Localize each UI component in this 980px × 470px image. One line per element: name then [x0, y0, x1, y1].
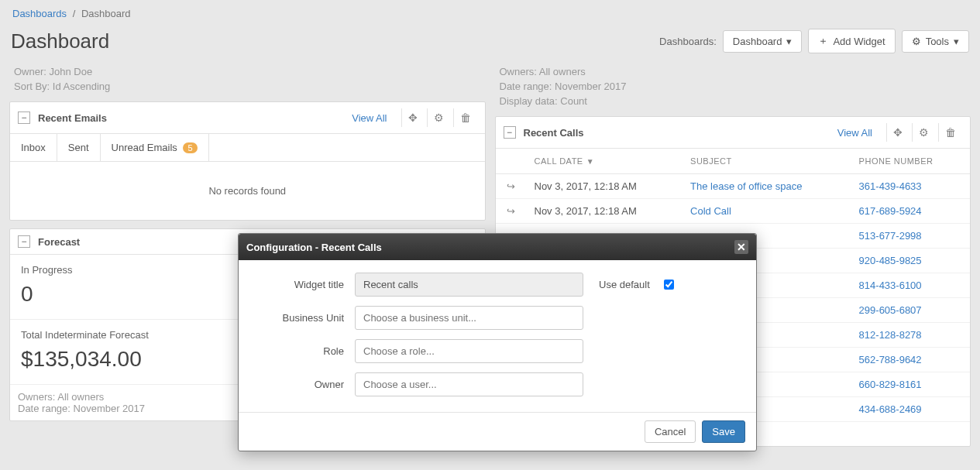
cell-phone: 660-829-8161 — [851, 372, 970, 397]
label-use-default: Use default — [599, 279, 650, 290]
subject-link[interactable]: Cold Call — [690, 205, 731, 217]
breadcrumb-root[interactable]: Dashboards — [12, 8, 67, 19]
config-modal: Configuration - Recent Calls ✕ Widget ti… — [238, 233, 757, 451]
col-subject[interactable]: SUBJECT — [683, 149, 851, 174]
view-all-link[interactable]: View All — [346, 109, 397, 127]
phone-link[interactable]: 361-439-4633 — [859, 180, 922, 192]
caret-down-icon: ▾ — [954, 36, 959, 47]
cancel-button[interactable]: Cancel — [645, 420, 696, 443]
move-icon[interactable]: ✥ — [886, 123, 909, 142]
phone-link[interactable]: 562-788-9642 — [859, 354, 922, 365]
label-widget-title: Widget title — [254, 279, 355, 290]
phone-link[interactable]: 660-829-8161 — [859, 379, 922, 390]
cell-phone: 361-439-4633 — [851, 174, 970, 199]
cell-subject: The lease of office space — [683, 174, 851, 199]
sort-desc-icon: ▼ — [586, 157, 594, 166]
cell-phone: 812-128-8278 — [851, 323, 970, 348]
forecast-label: Total Indeterminate Forecast — [21, 329, 236, 342]
plus-icon: ＋ — [818, 34, 828, 48]
tools-label: Tools — [926, 36, 949, 47]
phone-link[interactable]: 617-689-5924 — [859, 205, 922, 217]
phone-link[interactable]: 812-128-8278 — [859, 329, 922, 341]
widget-title-input[interactable] — [355, 273, 583, 297]
forecast-value: 0 — [21, 282, 236, 307]
table-row[interactable]: ↪Nov 3, 2017, 12:18 AMCold Call617-689-5… — [496, 199, 971, 224]
cell-phone: 562-788-9642 — [851, 348, 970, 372]
dashboard-selector[interactable]: Dashboard ▾ — [723, 30, 803, 53]
breadcrumb: Dashboards / Dashboard — [9, 0, 971, 26]
cell-phone: 299-605-6807 — [851, 298, 970, 323]
role-select[interactable] — [355, 339, 583, 363]
cell-subject: Cold Call — [683, 199, 851, 224]
tab-sent[interactable]: Sent — [57, 134, 101, 161]
table-row[interactable]: ↪Nov 3, 2017, 12:18 AMThe lease of offic… — [496, 174, 971, 199]
save-button[interactable]: Save — [702, 420, 745, 443]
tab-unread[interactable]: Unread Emails 5 — [101, 134, 209, 161]
sort-info: Sort By: Id Ascending — [9, 79, 486, 94]
unread-badge: 5 — [183, 142, 197, 153]
widget-title: Recent Emails — [38, 112, 346, 124]
chevron-down-icon: ▾ — [786, 36, 792, 47]
col-phone[interactable]: PHONE NUMBER — [851, 149, 970, 174]
forecast-cell: In Progress 0 — [10, 255, 247, 320]
phone-link[interactable]: 434-688-2469 — [859, 403, 922, 415]
business-unit-select[interactable] — [355, 306, 583, 330]
view-all-link[interactable]: View All — [831, 124, 883, 142]
gear-icon: ⚙ — [912, 36, 921, 47]
label-owner: Owner — [254, 379, 355, 390]
modal-title: Configuration - Recent Calls — [246, 242, 382, 253]
add-widget-label: Add Widget — [833, 36, 885, 47]
move-icon[interactable]: ✥ — [401, 108, 424, 127]
close-icon[interactable]: ✕ — [734, 240, 748, 254]
collapse-icon[interactable]: − — [18, 111, 30, 124]
dashboard-selector-value: Dashboard — [733, 36, 782, 47]
gear-icon[interactable]: ⚙ — [427, 108, 450, 127]
date-range-info: Date range: November 2017 — [495, 79, 971, 94]
trash-icon[interactable]: 🗑 — [453, 108, 477, 127]
phone-link[interactable]: 513-677-2998 — [859, 230, 922, 242]
tab-inbox[interactable]: Inbox — [10, 134, 57, 161]
forecast-cell: Total Indeterminate Forecast $135,034.00 — [10, 320, 247, 385]
breadcrumb-current: Dashboard — [81, 8, 131, 19]
phone-link[interactable]: 299-605-6807 — [859, 304, 922, 316]
phone-link[interactable]: 814-433-6100 — [859, 280, 922, 291]
subject-link[interactable]: The lease of office space — [690, 180, 802, 192]
cell-phone: 617-689-5924 — [851, 199, 970, 224]
add-widget-button[interactable]: ＋ Add Widget — [808, 29, 895, 53]
col-call-date[interactable]: CALL DATE▼ — [527, 149, 683, 174]
trash-icon[interactable]: 🗑 — [938, 123, 962, 142]
label-role: Role — [254, 345, 355, 357]
cell-phone: 814-433-6100 — [851, 273, 970, 298]
use-default-checkbox[interactable] — [664, 280, 674, 290]
dashboards-label: Dashboards: — [659, 36, 717, 47]
display-info: Display data: Count — [495, 94, 971, 108]
collapse-icon[interactable]: − — [18, 235, 30, 248]
tab-unread-label: Unread Emails — [112, 142, 177, 153]
forecast-label: In Progress — [21, 264, 236, 277]
cell-date: Nov 3, 2017, 12:18 AM — [527, 199, 683, 224]
cell-phone: 513-677-2998 — [851, 224, 970, 249]
outgoing-call-icon: ↪ — [507, 180, 515, 192]
tools-button[interactable]: ⚙ Tools ▾ — [902, 30, 969, 53]
phone-link[interactable]: 920-485-9825 — [859, 255, 922, 266]
cell-phone: 920-485-9825 — [851, 249, 970, 273]
owner-select[interactable] — [355, 372, 583, 396]
outgoing-call-icon: ↪ — [507, 205, 515, 217]
cell-date: Nov 3, 2017, 12:18 AM — [527, 174, 683, 199]
owners-info: Owners: All owners — [495, 64, 971, 79]
label-business-unit: Business Unit — [254, 312, 355, 324]
gear-icon[interactable]: ⚙ — [912, 123, 935, 142]
page-title: Dashboard — [11, 29, 109, 53]
recent-emails-widget: − Recent Emails View All ✥ ⚙ 🗑 Inbox Sen… — [9, 101, 486, 221]
empty-message: No records found — [10, 162, 485, 220]
widget-title: Recent Calls — [524, 127, 831, 139]
collapse-icon[interactable]: − — [504, 126, 516, 139]
owner-info: Owner: John Doe — [9, 64, 486, 79]
forecast-value: $135,034.00 — [21, 347, 236, 372]
cell-phone: 434-688-2469 — [851, 397, 970, 422]
